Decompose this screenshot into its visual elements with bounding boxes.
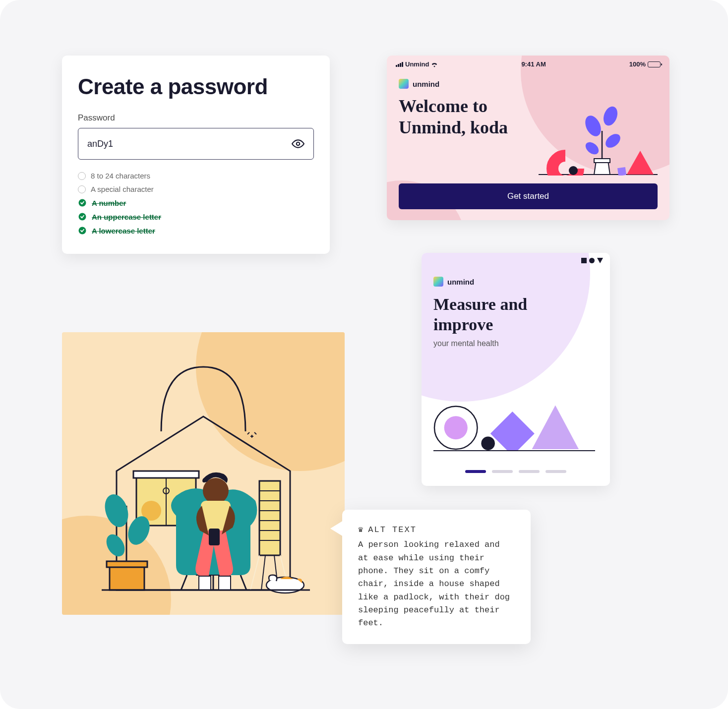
check-circle-icon xyxy=(78,212,87,221)
measure-illustration xyxy=(433,392,595,451)
svg-rect-44 xyxy=(199,576,211,590)
status-time: 9:41 AM xyxy=(521,60,546,68)
svg-rect-45 xyxy=(219,576,231,590)
unmind-logo-icon xyxy=(433,277,443,287)
svg-point-15 xyxy=(481,436,495,450)
bubble-tail xyxy=(330,521,343,536)
password-rule: A lowercase letter xyxy=(78,226,314,235)
brand-row: unmind xyxy=(387,68,669,89)
canvas-background: Create a password Password 8 to 24 chara… xyxy=(0,0,728,709)
measure-title-line: improve xyxy=(433,315,493,334)
alt-text-label-text: ALT TEXT xyxy=(368,524,417,536)
pager-dot[interactable] xyxy=(519,470,540,473)
rule-text: A special character xyxy=(91,185,154,193)
svg-point-8 xyxy=(583,140,601,157)
welcome-title-line: Unmind, koda xyxy=(399,118,508,137)
wifi-icon xyxy=(431,61,438,67)
create-password-title: Create a password xyxy=(78,74,314,99)
svg-point-6 xyxy=(601,105,620,127)
get-started-button[interactable]: Get started xyxy=(399,183,658,209)
alt-text-body: A person looking relaxed and at ease whi… xyxy=(358,538,515,630)
svg-point-7 xyxy=(603,131,623,151)
welcome-card: Unmind 9:41 AM 100% unmind Welcome to Un… xyxy=(387,56,669,220)
measure-title: Measure and improve xyxy=(422,287,610,337)
padlock-house-illustration xyxy=(62,332,345,615)
crown-icon: ♛ xyxy=(358,524,364,536)
svg-rect-16 xyxy=(490,412,535,451)
circle-icon xyxy=(78,185,86,193)
create-password-card: Create a password Password 8 to 24 chara… xyxy=(62,56,330,254)
status-bar: Unmind 9:41 AM 100% xyxy=(387,56,669,68)
check-circle-icon xyxy=(78,198,87,207)
battery-percent: 100% xyxy=(629,60,646,68)
alt-text-bubble: ♛ ALT TEXT A person looking relaxed and … xyxy=(342,510,531,644)
svg-rect-24 xyxy=(259,481,280,555)
rule-text: 8 to 24 characters xyxy=(91,172,150,180)
svg-point-35 xyxy=(101,491,132,530)
svg-rect-9 xyxy=(594,159,610,163)
brand-name: unmind xyxy=(413,80,439,88)
svg-point-37 xyxy=(103,531,128,560)
password-input-container xyxy=(78,128,314,160)
illustration-card xyxy=(62,332,345,615)
status-left: Unmind xyxy=(396,60,438,68)
password-rules-list: 8 to 24 characters A special character A… xyxy=(78,172,314,235)
svg-rect-34 xyxy=(107,561,147,567)
pager-dot[interactable] xyxy=(465,470,486,473)
status-right: 100% xyxy=(629,60,661,68)
rule-text: A number xyxy=(92,199,126,207)
unmind-logo-icon xyxy=(399,79,409,89)
svg-rect-33 xyxy=(110,565,144,590)
svg-marker-17 xyxy=(532,406,579,449)
svg-point-5 xyxy=(582,113,604,139)
check-circle-icon xyxy=(78,226,87,235)
alt-text-label: ♛ ALT TEXT xyxy=(358,524,515,536)
brand-row: unmind xyxy=(422,253,610,287)
rule-text: An uppercase letter xyxy=(92,213,161,221)
battery-icon xyxy=(648,61,661,67)
welcome-illustration xyxy=(539,101,658,176)
measure-card: unmind Measure and improve your mental h… xyxy=(422,253,610,486)
svg-point-10 xyxy=(569,166,578,175)
rule-text: A lowercase letter xyxy=(92,227,155,235)
svg-point-0 xyxy=(297,142,300,146)
svg-point-14 xyxy=(444,416,468,439)
svg-marker-12 xyxy=(627,151,654,175)
svg-line-31 xyxy=(261,555,265,590)
svg-line-38 xyxy=(181,575,187,590)
signal-icon xyxy=(396,62,403,67)
password-rule: 8 to 24 characters xyxy=(78,172,314,180)
pager-dots xyxy=(422,470,610,473)
measure-subtitle: your mental health xyxy=(422,337,610,350)
svg-rect-11 xyxy=(617,167,626,176)
password-label: Password xyxy=(78,113,314,123)
brand-name: unmind xyxy=(447,278,474,286)
circle-icon xyxy=(78,172,86,180)
carrier-name: Unmind xyxy=(405,60,429,68)
pager-dot[interactable] xyxy=(492,470,513,473)
password-input[interactable] xyxy=(87,139,292,149)
password-rule: A special character xyxy=(78,185,314,193)
password-rule: An uppercase letter xyxy=(78,212,314,221)
svg-rect-46 xyxy=(209,529,220,545)
svg-line-39 xyxy=(241,575,246,590)
pager-dot[interactable] xyxy=(546,470,566,473)
password-rule: A number xyxy=(78,198,314,207)
eye-icon[interactable] xyxy=(292,137,304,150)
measure-title-line: Measure and xyxy=(433,295,527,313)
svg-rect-19 xyxy=(133,471,199,478)
welcome-title-line: Welcome to xyxy=(399,96,487,116)
